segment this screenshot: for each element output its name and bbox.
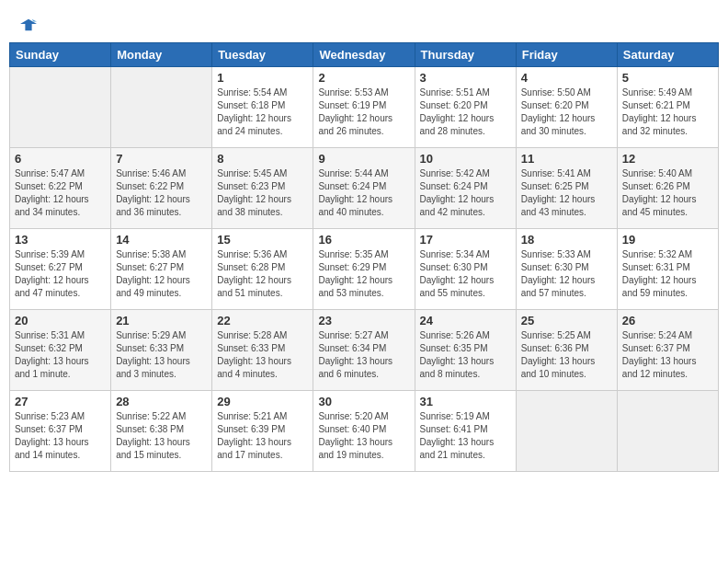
day-of-week-header: Saturday: [617, 43, 718, 67]
day-info: Sunrise: 5:19 AM Sunset: 6:41 PM Dayligh…: [420, 410, 511, 462]
calendar-cell: 25Sunrise: 5:25 AM Sunset: 6:36 PM Dayli…: [516, 310, 617, 391]
calendar-week-row: 6Sunrise: 5:47 AM Sunset: 6:22 PM Daylig…: [10, 148, 719, 229]
day-info: Sunrise: 5:40 AM Sunset: 6:26 PM Dayligh…: [622, 167, 713, 219]
calendar-cell: 20Sunrise: 5:31 AM Sunset: 6:32 PM Dayli…: [10, 310, 111, 391]
day-number: 15: [217, 233, 308, 247]
day-number: 19: [622, 233, 713, 247]
calendar-cell: 29Sunrise: 5:21 AM Sunset: 6:39 PM Dayli…: [212, 391, 313, 472]
day-info: Sunrise: 5:28 AM Sunset: 6:33 PM Dayligh…: [217, 329, 308, 381]
day-info: Sunrise: 5:49 AM Sunset: 6:21 PM Dayligh…: [622, 86, 713, 138]
day-info: Sunrise: 5:41 AM Sunset: 6:25 PM Dayligh…: [521, 167, 612, 219]
day-of-week-header: Wednesday: [313, 43, 415, 67]
calendar-week-row: 13Sunrise: 5:39 AM Sunset: 6:27 PM Dayli…: [10, 229, 719, 310]
calendar-cell: 14Sunrise: 5:38 AM Sunset: 6:27 PM Dayli…: [111, 229, 212, 310]
day-of-week-header: Friday: [516, 43, 617, 67]
day-number: 20: [15, 314, 106, 327]
calendar-cell: 24Sunrise: 5:26 AM Sunset: 6:35 PM Dayli…: [415, 310, 516, 391]
day-number: 22: [217, 314, 308, 327]
calendar-cell: 15Sunrise: 5:36 AM Sunset: 6:28 PM Dayli…: [212, 229, 313, 310]
day-info: Sunrise: 5:38 AM Sunset: 6:27 PM Dayligh…: [116, 248, 207, 300]
day-number: 9: [318, 152, 409, 166]
logo: [18, 17, 37, 33]
day-info: Sunrise: 5:21 AM Sunset: 6:39 PM Dayligh…: [217, 410, 308, 462]
day-number: 13: [15, 233, 106, 247]
calendar-week-row: 20Sunrise: 5:31 AM Sunset: 6:32 PM Dayli…: [10, 310, 719, 391]
calendar-cell: 9Sunrise: 5:44 AM Sunset: 6:24 PM Daylig…: [313, 148, 415, 229]
day-info: Sunrise: 5:36 AM Sunset: 6:28 PM Dayligh…: [217, 248, 308, 300]
calendar-week-row: 1Sunrise: 5:54 AM Sunset: 6:18 PM Daylig…: [10, 67, 719, 148]
day-info: Sunrise: 5:44 AM Sunset: 6:24 PM Dayligh…: [318, 167, 409, 219]
day-info: Sunrise: 5:35 AM Sunset: 6:29 PM Dayligh…: [318, 248, 409, 300]
calendar-cell: 17Sunrise: 5:34 AM Sunset: 6:30 PM Dayli…: [415, 229, 516, 310]
calendar-cell: 16Sunrise: 5:35 AM Sunset: 6:29 PM Dayli…: [313, 229, 415, 310]
calendar-table: SundayMondayTuesdayWednesdayThursdayFrid…: [9, 42, 719, 472]
calendar-cell: 5Sunrise: 5:49 AM Sunset: 6:21 PM Daylig…: [617, 67, 718, 148]
day-number: 1: [217, 71, 308, 85]
day-info: Sunrise: 5:31 AM Sunset: 6:32 PM Dayligh…: [15, 329, 106, 381]
calendar-cell: 4Sunrise: 5:50 AM Sunset: 6:20 PM Daylig…: [516, 67, 617, 148]
day-number: 5: [622, 71, 713, 85]
day-info: Sunrise: 5:24 AM Sunset: 6:37 PM Dayligh…: [622, 329, 713, 381]
day-of-week-header: Sunday: [10, 43, 111, 67]
day-number: 7: [116, 152, 207, 166]
calendar-cell: [111, 67, 212, 148]
day-info: Sunrise: 5:42 AM Sunset: 6:24 PM Dayligh…: [420, 167, 511, 219]
calendar-cell: 8Sunrise: 5:45 AM Sunset: 6:23 PM Daylig…: [212, 148, 313, 229]
logo-bird-icon: [20, 17, 37, 33]
day-number: 17: [420, 233, 511, 247]
day-info: Sunrise: 5:34 AM Sunset: 6:30 PM Dayligh…: [420, 248, 511, 300]
calendar-cell: 21Sunrise: 5:29 AM Sunset: 6:33 PM Dayli…: [111, 310, 212, 391]
calendar-cell: 31Sunrise: 5:19 AM Sunset: 6:41 PM Dayli…: [415, 391, 516, 472]
calendar-cell: [617, 391, 718, 472]
calendar-cell: 7Sunrise: 5:46 AM Sunset: 6:22 PM Daylig…: [111, 148, 212, 229]
day-of-week-header: Thursday: [415, 43, 516, 67]
day-number: 11: [521, 152, 612, 166]
day-of-week-header: Tuesday: [212, 43, 313, 67]
calendar-week-row: 27Sunrise: 5:23 AM Sunset: 6:37 PM Dayli…: [10, 391, 719, 472]
calendar-cell: 2Sunrise: 5:53 AM Sunset: 6:19 PM Daylig…: [313, 67, 415, 148]
day-info: Sunrise: 5:29 AM Sunset: 6:33 PM Dayligh…: [116, 329, 207, 381]
calendar-cell: 18Sunrise: 5:33 AM Sunset: 6:30 PM Dayli…: [516, 229, 617, 310]
day-number: 27: [15, 395, 106, 408]
day-number: 28: [116, 395, 207, 408]
day-number: 6: [15, 152, 106, 166]
day-info: Sunrise: 5:23 AM Sunset: 6:37 PM Dayligh…: [15, 410, 106, 462]
calendar-cell: 11Sunrise: 5:41 AM Sunset: 6:25 PM Dayli…: [516, 148, 617, 229]
day-info: Sunrise: 5:39 AM Sunset: 6:27 PM Dayligh…: [15, 248, 106, 300]
calendar-cell: 10Sunrise: 5:42 AM Sunset: 6:24 PM Dayli…: [415, 148, 516, 229]
calendar-cell: 1Sunrise: 5:54 AM Sunset: 6:18 PM Daylig…: [212, 67, 313, 148]
calendar-header-row: SundayMondayTuesdayWednesdayThursdayFrid…: [10, 43, 719, 67]
calendar-cell: 19Sunrise: 5:32 AM Sunset: 6:31 PM Dayli…: [617, 229, 718, 310]
svg-marker-1: [32, 19, 37, 22]
day-number: 21: [116, 314, 207, 327]
day-number: 3: [420, 71, 511, 85]
day-of-week-header: Monday: [111, 43, 212, 67]
day-info: Sunrise: 5:20 AM Sunset: 6:40 PM Dayligh…: [318, 410, 409, 462]
day-number: 26: [622, 314, 713, 327]
calendar-cell: 22Sunrise: 5:28 AM Sunset: 6:33 PM Dayli…: [212, 310, 313, 391]
calendar-cell: 3Sunrise: 5:51 AM Sunset: 6:20 PM Daylig…: [415, 67, 516, 148]
day-info: Sunrise: 5:33 AM Sunset: 6:30 PM Dayligh…: [521, 248, 612, 300]
day-info: Sunrise: 5:32 AM Sunset: 6:31 PM Dayligh…: [622, 248, 713, 300]
day-info: Sunrise: 5:51 AM Sunset: 6:20 PM Dayligh…: [420, 86, 511, 138]
day-info: Sunrise: 5:46 AM Sunset: 6:22 PM Dayligh…: [116, 167, 207, 219]
day-number: 31: [420, 395, 511, 408]
day-number: 12: [622, 152, 713, 166]
calendar-cell: 23Sunrise: 5:27 AM Sunset: 6:34 PM Dayli…: [313, 310, 415, 391]
day-info: Sunrise: 5:27 AM Sunset: 6:34 PM Dayligh…: [318, 329, 409, 381]
day-number: 4: [521, 71, 612, 85]
calendar-cell: [10, 67, 111, 148]
calendar-cell: 13Sunrise: 5:39 AM Sunset: 6:27 PM Dayli…: [10, 229, 111, 310]
calendar-cell: 26Sunrise: 5:24 AM Sunset: 6:37 PM Dayli…: [617, 310, 718, 391]
day-number: 30: [318, 395, 409, 408]
calendar-cell: [516, 391, 617, 472]
day-info: Sunrise: 5:50 AM Sunset: 6:20 PM Dayligh…: [521, 86, 612, 138]
day-number: 23: [318, 314, 409, 327]
day-number: 2: [318, 71, 409, 85]
day-info: Sunrise: 5:22 AM Sunset: 6:38 PM Dayligh…: [116, 410, 207, 462]
day-info: Sunrise: 5:54 AM Sunset: 6:18 PM Dayligh…: [217, 86, 308, 138]
day-info: Sunrise: 5:47 AM Sunset: 6:22 PM Dayligh…: [15, 167, 106, 219]
day-info: Sunrise: 5:26 AM Sunset: 6:35 PM Dayligh…: [420, 329, 511, 381]
page-header: [9, 9, 719, 37]
day-number: 18: [521, 233, 612, 247]
